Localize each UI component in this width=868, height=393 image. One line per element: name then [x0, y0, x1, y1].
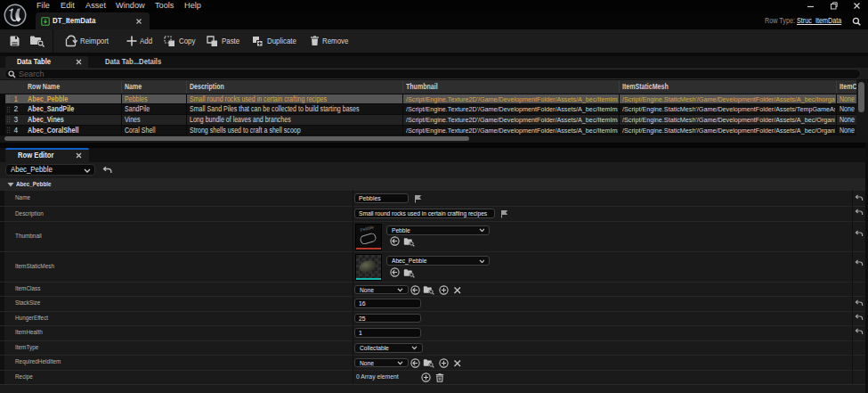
svg-text:Pebble: Pebble: [360, 225, 375, 233]
